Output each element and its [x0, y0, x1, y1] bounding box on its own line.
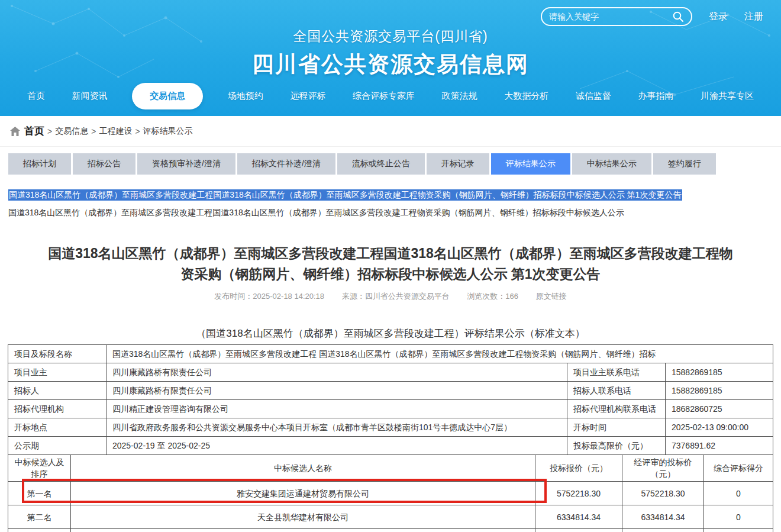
info-value: 四川康藏路桥有限责任公司: [106, 363, 567, 382]
table-row: 招标代理机构 四川精正建设管理咨询有限公司 招标代理机构联系电话 1868286…: [8, 400, 773, 418]
table-row: 项目及标段名称 国道318名山区黑竹（成都界）至雨城区多营段改建工程 国道318…: [8, 345, 773, 363]
candidate-evaluated: [622, 529, 704, 532]
tab-failed-or-terminated[interactable]: 流标或终止公告: [337, 153, 425, 175]
category-tabs: 招标计划 招标公告 资格预审补遗/澄清 招标文件补遗/澄清 流标或终止公告 开标…: [8, 153, 773, 175]
nav-item-expert-pool[interactable]: 综合评标专家库: [350, 86, 417, 107]
info-value: 2025-02-19 至 2025-02-25: [106, 437, 567, 455]
notice-title-selected[interactable]: 国道318名山区黑竹（成都界）至雨城区多营段改建工程国道318名山区黑竹（成都界…: [8, 189, 773, 201]
register-link[interactable]: 注册: [744, 11, 763, 23]
candidate-evaluated: 5752218.30: [622, 482, 704, 505]
nav-item-chuanyu-zone[interactable]: 川渝共享专区: [698, 86, 756, 107]
nav-item-home[interactable]: 首页: [25, 86, 47, 107]
login-link[interactable]: 登录: [709, 11, 728, 23]
candidate-score: [704, 529, 773, 532]
nav-item-guide[interactable]: 办事指南: [635, 86, 676, 107]
info-value: 四川精正建设管理咨询有限公司: [106, 400, 567, 418]
candidate-bid: 6334814.34: [535, 505, 622, 529]
breadcrumb-separator: >: [135, 127, 140, 136]
home-icon[interactable]: [10, 127, 20, 136]
candidate-name: [71, 529, 535, 532]
candidate-rank: 第一名: [8, 482, 71, 505]
nav-item-big-data[interactable]: 大数据分析: [502, 86, 551, 107]
column-header-name: 中标候选人名称: [71, 455, 535, 482]
candidate-rank: 第二名: [8, 505, 71, 529]
meta-source: 来源：四川省公共资源交易平台: [342, 292, 450, 301]
nav-item-policies[interactable]: 政策法规: [440, 86, 480, 107]
nav-item-remote-evaluation[interactable]: 远程评标: [288, 86, 328, 107]
info-value: 国道318名山区黑竹（成都界）至雨城区多营段改建工程 国道318名山区黑竹（成都…: [106, 345, 773, 363]
result-table-area: 项目及标段名称 国道318名山区黑竹（成都界）至雨城区多营段改建工程 国道318…: [8, 344, 773, 532]
column-header-evaluated-price: 经评审的投标价（元）: [622, 455, 704, 482]
tab-contract-performance[interactable]: 签约履行: [653, 153, 716, 175]
original-link[interactable]: 原文链接: [536, 292, 567, 301]
notice-title-selected-text[interactable]: 国道318名山区黑竹（成都界）至雨城区多营段改建工程国道318名山区黑竹（成都界…: [8, 189, 682, 201]
info-label: 招标代理机构: [8, 400, 106, 418]
article-title: 国道318名山区黑竹（成都界）至雨城区多营段改建工程国道318名山区黑竹（成都界…: [44, 243, 737, 285]
candidate-rank: 第三名: [8, 529, 71, 532]
tab-bidding-plan[interactable]: 招标计划: [8, 153, 71, 175]
site-header: 登录 注册 全国公共资源交易平台(四川省) 四川省公共资源交易信息网 首页 新闻…: [0, 0, 781, 116]
breadcrumb: 首页 > 交易信息 > 工程建设 > 评标结果公示: [0, 116, 781, 147]
meta-source-label: 来源：: [342, 292, 365, 301]
info-value: 18682860725: [666, 400, 773, 418]
candidates-table: 中标候选人及排序 中标候选人名称 投标报价（元） 经评审的投标价（元） 综合评标…: [8, 454, 773, 532]
candidate-bid: [535, 529, 622, 532]
meta-views-value: 166: [505, 292, 518, 301]
breadcrumb-trade-info[interactable]: 交易信息: [55, 126, 88, 137]
candidate-score: 0: [704, 482, 773, 505]
table-row: 第一名 雅安交建集团运通建材贸易有限公司 5752218.30 5752218.…: [8, 482, 773, 505]
info-label: 项目业主: [8, 363, 106, 382]
tab-evaluation-result[interactable]: 评标结果公示: [491, 153, 570, 175]
candidate-bid: 5752218.30: [535, 482, 622, 505]
table-row: 招标人 四川康藏路桥有限责任公司 招标人联系电话 15882869185: [8, 382, 773, 400]
header-top-bar: 登录 注册: [0, 0, 781, 27]
nav-item-venue-booking[interactable]: 场地预约: [225, 86, 266, 107]
info-value: 15882869185: [666, 363, 773, 382]
column-header-bid-price: 投标报价（元）: [535, 455, 622, 482]
table-row: 公示期 2025-02-19 至 2025-02-25 投标最高限价（元） 73…: [8, 437, 773, 455]
info-label: 开标地点: [8, 418, 106, 437]
candidate-name: 天全县凯华建材有限公司: [71, 505, 535, 529]
tab-bidding-announcement[interactable]: 招标公告: [73, 153, 135, 175]
table-header-row: 中标候选人及排序 中标候选人名称 投标报价（元） 经评审的投标价（元） 综合评标…: [8, 455, 773, 482]
meta-publish-value: 2025-02-18 14:20:18: [253, 292, 324, 301]
info-label: 招标人: [8, 382, 106, 400]
info-value: 四川康藏路桥有限责任公司: [106, 382, 567, 400]
info-label: 投标最高限价（元）: [567, 437, 666, 455]
tab-document-clarification[interactable]: 招标文件补遗/澄清: [237, 153, 335, 175]
meta-views: 浏览次数：166: [467, 292, 518, 301]
nav-item-trade-info[interactable]: 交易信息: [132, 83, 203, 109]
info-value: 7376891.62: [666, 437, 773, 455]
table-row: 开标地点 四川省政府政务服务和公共资源交易服务中心本项目开标室（成都市青羊区鼓楼…: [8, 418, 773, 437]
tab-bid-opening-record[interactable]: 开标记录: [427, 153, 489, 175]
candidate-name: 雅安交建集团运通建材贸易有限公司: [71, 482, 535, 505]
project-info-table: 项目及标段名称 国道318名山区黑竹（成都界）至雨城区多营段改建工程 国道318…: [8, 344, 773, 455]
breadcrumb-home[interactable]: 首页: [24, 124, 44, 138]
info-value: 2025-02-13 09:00:00: [666, 418, 773, 437]
info-value: 15882869185: [666, 382, 773, 400]
breadcrumb-separator: >: [47, 127, 52, 136]
tab-winning-result[interactable]: 中标结果公示: [572, 153, 651, 175]
site-title: 四川省公共资源交易信息网: [0, 50, 781, 79]
breadcrumb-evaluation-result[interactable]: 评标结果公示: [143, 126, 193, 137]
info-label: 项目及标段名称: [8, 345, 106, 363]
meta-source-value: 四川省公共资源交易平台: [365, 292, 450, 301]
nav-item-integrity[interactable]: 诚信监督: [573, 86, 614, 107]
candidate-evaluated: 6334814.34: [622, 505, 704, 529]
nav-item-news[interactable]: 新闻资讯: [70, 86, 110, 107]
tab-prequalification-clarification[interactable]: 资格预审补遗/澄清: [137, 153, 235, 175]
breadcrumb-engineering[interactable]: 工程建设: [99, 126, 132, 137]
platform-title: 全国公共资源交易平台(四川省): [0, 27, 781, 46]
info-value: 四川省政府政务服务和公共资源交易服务中心本项目开标室（成都市青羊区鼓楼南街101…: [106, 418, 567, 437]
candidate-score: 0: [704, 505, 773, 529]
search-input[interactable]: [549, 12, 669, 21]
header-titles: 全国公共资源交易平台(四川省) 四川省公共资源交易信息网: [0, 27, 781, 79]
notice-title-plain[interactable]: 国道318名山区黑竹（成都界）至雨城区多营段改建工程国道318名山区黑竹（成都界…: [8, 208, 773, 218]
main-nav: 首页 新闻资讯 交易信息 场地预约 远程评标 综合评标专家库 政策法规 大数据分…: [0, 79, 781, 112]
search-icon[interactable]: [672, 11, 684, 22]
table-row: 第三名: [8, 529, 773, 532]
meta-publish-time: 发布时间：2025-02-18 14:20:18: [214, 292, 324, 301]
info-label: 招标人联系电话: [567, 382, 666, 400]
column-header-rank: 中标候选人及排序: [8, 455, 71, 482]
search-box[interactable]: [541, 7, 692, 26]
